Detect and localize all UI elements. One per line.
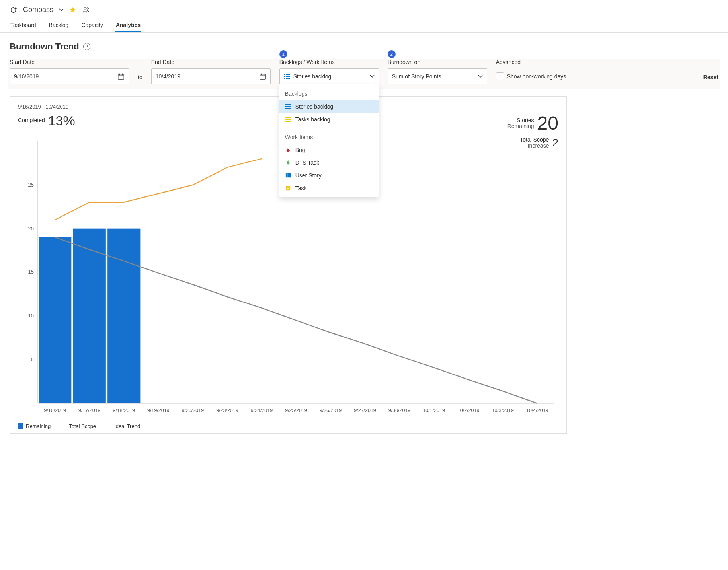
svg-rect-21 xyxy=(287,121,291,122)
page-title: Burndown Trend xyxy=(10,41,79,52)
backlog-icon xyxy=(284,73,290,80)
svg-text:9/16/2019: 9/16/2019 xyxy=(44,408,66,413)
backlogs-label: Backlogs / Work Items xyxy=(279,59,379,66)
svg-text:5: 5 xyxy=(31,356,34,362)
svg-text:10: 10 xyxy=(28,313,34,319)
stat-completed: Completed 13% xyxy=(18,114,75,127)
burndown-on-field: 2 Burndown on Sum of Story Points xyxy=(388,59,487,84)
to-label: to xyxy=(138,74,142,84)
advanced-label: Advanced xyxy=(496,59,566,66)
svg-rect-14 xyxy=(285,108,287,109)
star-icon[interactable] xyxy=(69,6,76,14)
stat-stories-label-2: Remaining xyxy=(507,123,534,129)
svg-rect-7 xyxy=(286,76,290,77)
svg-point-0 xyxy=(84,7,86,10)
svg-rect-19 xyxy=(287,119,291,120)
stat-scope-value: 2 xyxy=(552,137,558,148)
menu-item-stories-backlog[interactable]: Stories backlog xyxy=(279,100,379,113)
svg-text:9/18/2019: 9/18/2019 xyxy=(113,408,135,413)
refresh-icon[interactable] xyxy=(10,6,18,14)
backlogs-value: Stories backlog xyxy=(293,73,332,80)
backlogs-menu: Backlogs Stories backlog Tasks backlog W… xyxy=(279,84,379,197)
svg-rect-5 xyxy=(286,74,290,75)
svg-rect-18 xyxy=(285,119,287,120)
menu-heading-backlogs: Backlogs xyxy=(279,88,379,100)
backlog-yellow-icon xyxy=(285,116,291,123)
svg-rect-2 xyxy=(118,74,124,80)
menu-item-tasks-backlog[interactable]: Tasks backlog xyxy=(279,113,379,126)
start-date-value: 9/16/2019 xyxy=(14,73,39,80)
team-icon[interactable] xyxy=(82,6,90,14)
chevron-down-icon[interactable] xyxy=(59,8,64,12)
stat-scope: Total Scope Increase 2 xyxy=(520,137,558,149)
svg-rect-20 xyxy=(285,121,287,122)
svg-point-1 xyxy=(87,7,88,9)
burndown-on-dropdown[interactable]: Sum of Story Points xyxy=(388,68,487,84)
svg-text:9/17/2019: 9/17/2019 xyxy=(78,408,101,413)
bug-icon xyxy=(285,147,291,153)
legend-remaining: Remaining xyxy=(18,423,51,429)
backlogs-dropdown[interactable]: Stories backlog xyxy=(279,68,379,84)
tab-backlog[interactable]: Backlog xyxy=(48,18,70,32)
tab-capacity[interactable]: Capacity xyxy=(80,18,103,32)
project-header: Compass xyxy=(0,0,728,18)
legend-ideal: Ideal Trend xyxy=(105,423,140,429)
svg-rect-4 xyxy=(284,74,285,75)
svg-rect-51 xyxy=(39,237,71,403)
menu-item-dts-task[interactable]: DTS Task xyxy=(279,156,379,169)
svg-rect-52 xyxy=(73,228,106,403)
end-date-input[interactable]: 10/4/2019 xyxy=(151,68,271,84)
svg-rect-10 xyxy=(285,104,287,105)
svg-text:10/1/2019: 10/1/2019 xyxy=(423,408,445,413)
chevron-down-icon xyxy=(478,74,483,79)
start-date-input[interactable]: 9/16/2019 xyxy=(10,68,129,84)
checkbox-label: Show non-working days xyxy=(507,73,566,80)
legend-total-scope: Total Scope xyxy=(59,423,96,429)
menu-heading-workitems: Work Items xyxy=(279,131,379,144)
reset-button[interactable]: Reset xyxy=(703,74,718,84)
svg-rect-12 xyxy=(285,106,287,107)
step-badge-2: 2 xyxy=(388,50,396,58)
svg-rect-25 xyxy=(286,173,287,178)
svg-rect-17 xyxy=(287,117,291,118)
tab-analytics[interactable]: Analytics xyxy=(115,18,141,32)
svg-text:20: 20 xyxy=(28,225,34,231)
menu-item-user-story[interactable]: User Story xyxy=(279,169,379,182)
end-date-label: End Date xyxy=(151,59,271,66)
svg-text:9/23/2019: 9/23/2019 xyxy=(216,408,238,413)
svg-text:9/30/2019: 9/30/2019 xyxy=(388,408,411,413)
tab-taskboard[interactable]: Taskboard xyxy=(10,18,37,32)
tab-bar: Taskboard Backlog Capacity Analytics xyxy=(0,18,728,33)
chart-legend: Remaining Total Scope Ideal Trend xyxy=(18,423,558,429)
stat-completed-label: Completed xyxy=(18,117,45,123)
svg-rect-53 xyxy=(107,228,140,403)
stat-scope-label-1: Total Scope xyxy=(520,136,549,143)
svg-rect-8 xyxy=(284,78,285,79)
svg-text:25: 25 xyxy=(28,182,34,188)
svg-text:9/19/2019: 9/19/2019 xyxy=(147,408,170,413)
burndown-on-value: Sum of Story Points xyxy=(392,73,441,80)
menu-item-label: Tasks backlog xyxy=(295,116,330,123)
svg-point-23 xyxy=(287,150,288,150)
menu-item-task[interactable]: Task xyxy=(279,182,379,195)
svg-rect-26 xyxy=(287,173,289,178)
svg-text:10/3/2019: 10/3/2019 xyxy=(492,408,514,413)
task-icon xyxy=(285,185,291,191)
stat-stories-label-1: Stories xyxy=(517,117,534,123)
project-name[interactable]: Compass xyxy=(23,6,53,14)
stat-stories-value: 20 xyxy=(537,114,558,133)
page-title-row: Burndown Trend ? xyxy=(10,41,718,52)
dts-icon xyxy=(285,160,291,166)
menu-item-bug[interactable]: Bug xyxy=(279,144,379,156)
svg-rect-16 xyxy=(285,117,287,118)
help-icon[interactable]: ? xyxy=(83,43,90,50)
calendar-icon xyxy=(117,73,125,80)
backlog-blue-icon xyxy=(285,103,291,110)
menu-item-label: User Story xyxy=(295,172,322,179)
end-date-field: End Date 10/4/2019 xyxy=(151,59,271,84)
start-date-field: Start Date 9/16/2019 xyxy=(10,59,129,84)
show-non-working-days-checkbox[interactable] xyxy=(496,72,504,80)
stat-completed-value: 13% xyxy=(48,114,75,127)
svg-rect-11 xyxy=(287,104,291,105)
menu-item-label: DTS Task xyxy=(295,160,319,166)
